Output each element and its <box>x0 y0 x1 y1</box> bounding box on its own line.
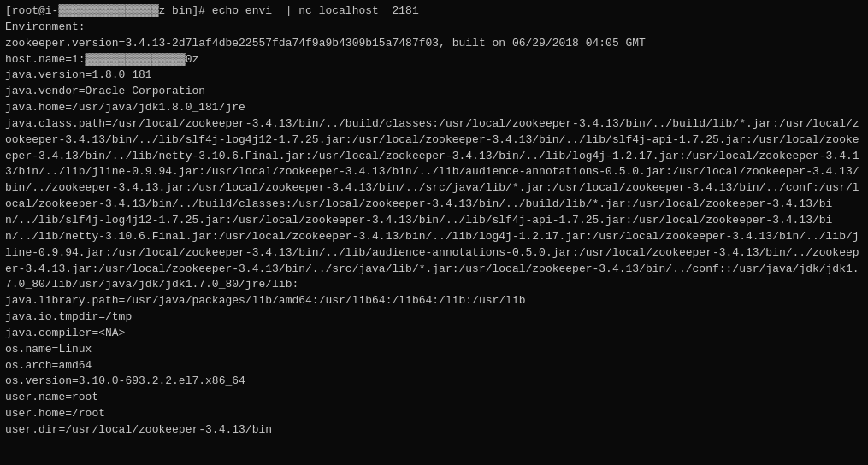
terminal-line: java.library.path=/usr/java/packages/lib… <box>5 293 863 309</box>
terminal-window: [root@i-▓▓▓▓▓▓▓▓▓▓▓▓▓▓▓z bin]# echo envi… <box>5 3 863 439</box>
terminal-line: java.vendor=Oracle Corporation <box>5 84 863 100</box>
terminal-line: user.name=root <box>5 390 863 406</box>
terminal-line: java.version=1.8.0_181 <box>5 68 863 84</box>
terminal-line: os.version=3.10.0-693.2.2.el7.x86_64 <box>5 374 863 390</box>
terminal-line: os.arch=amd64 <box>5 358 863 374</box>
terminal-line: java.compiler=<NA> <box>5 326 863 342</box>
terminal-line: Environment: <box>5 20 863 36</box>
terminal-line: java.home=/usr/java/jdk1.8.0_181/jre <box>5 100 863 116</box>
terminal-line: os.name=Linux <box>5 342 863 358</box>
terminal-line: java.class.path=/usr/local/zookeeper-3.4… <box>5 116 863 293</box>
terminal-line: host.name=i:▓▓▓▓▓▓▓▓▓▓▓▓▓▓▓0z <box>5 52 863 68</box>
terminal-line: user.home=/root <box>5 406 863 422</box>
terminal-line: user.dir=/usr/local/zookeeper-3.4.13/bin <box>5 422 863 439</box>
terminal-line: zookeeper.version=3.4.13-2d7laf4dbe22557… <box>5 36 863 52</box>
terminal-line: java.io.tmpdir=/tmp <box>5 309 863 326</box>
terminal-line: [root@i-▓▓▓▓▓▓▓▓▓▓▓▓▓▓▓z bin]# echo envi… <box>5 3 863 20</box>
